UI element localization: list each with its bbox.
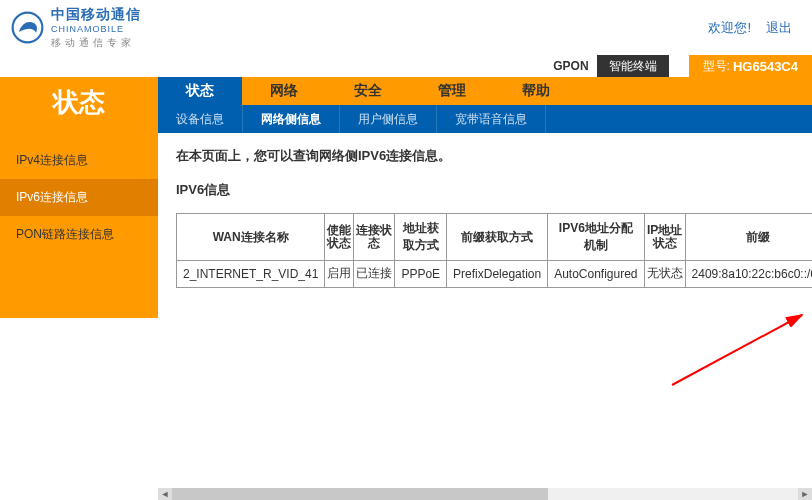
content-area: 在本页面上，您可以查询网络侧IPV6连接信息。 IPV6信息 WAN连接名称 使…	[158, 133, 812, 488]
sidebar-title: 状态	[0, 85, 158, 142]
welcome-text: 欢迎您!	[708, 19, 751, 37]
subnav-device-info[interactable]: 设备信息	[158, 105, 243, 133]
section-title: IPV6信息	[176, 181, 794, 199]
th-prefix-method: 前缀获取方式	[447, 214, 548, 261]
ipv6-info-table: WAN连接名称 使能状态 连接状态 地址获取方式 前缀获取方式 IPV6地址分配…	[176, 213, 812, 288]
th-addr-method: 地址获取方式	[395, 214, 447, 261]
subnav-voip-info[interactable]: 宽带语音信息	[437, 105, 546, 133]
subnav-user-info[interactable]: 用户侧信息	[340, 105, 437, 133]
th-enable-status: 使能状态	[325, 214, 354, 261]
gpon-label: GPON	[545, 55, 596, 77]
nav-tab-manage[interactable]: 管理	[410, 77, 494, 105]
scroll-left-arrow-icon[interactable]: ◄	[158, 488, 172, 500]
gpon-text: 智能终端	[597, 55, 669, 77]
th-prefix: 前缀	[685, 214, 812, 261]
td-wan-name: 2_INTERNET_R_VID_41	[177, 261, 325, 288]
sidebar-item-pon[interactable]: PON链路连接信息	[0, 216, 158, 253]
td-addr-method: PPPoE	[395, 261, 447, 288]
td-ip-status: 无状态	[644, 261, 685, 288]
brand-tagline: 移动通信专家	[51, 36, 141, 50]
table-header-row: WAN连接名称 使能状态 连接状态 地址获取方式 前缀获取方式 IPV6地址分配…	[177, 214, 813, 261]
sidebar-item-ipv4[interactable]: IPv4连接信息	[0, 142, 158, 179]
td-prefix-method: PrefixDelegation	[447, 261, 548, 288]
brand-name-en: CHINAMOBILE	[51, 24, 141, 34]
nav-tab-status[interactable]: 状态	[158, 77, 242, 105]
scroll-thumb[interactable]	[172, 488, 548, 500]
td-prefix: 2409:8a10:22c:b6c0::/60	[685, 261, 812, 288]
th-ip-status: IP地址状态	[644, 214, 685, 261]
brand-name-cn: 中国移动通信	[51, 6, 141, 24]
nav-tab-security[interactable]: 安全	[326, 77, 410, 105]
subnav-network-info[interactable]: 网络侧信息	[243, 105, 340, 133]
sidebar: 状态 IPv4连接信息 IPv6连接信息 PON链路连接信息	[0, 133, 158, 488]
logout-link[interactable]: 退出	[766, 19, 792, 37]
th-ipv6-mech: IPV6地址分配机制	[548, 214, 644, 261]
td-enable-status: 启用	[325, 261, 354, 288]
nav-tab-help[interactable]: 帮助	[494, 77, 578, 105]
page-description: 在本页面上，您可以查询网络侧IPV6连接信息。	[176, 147, 794, 165]
sidebar-item-ipv6[interactable]: IPv6连接信息	[0, 179, 158, 216]
td-ipv6-mech: AutoConfigured	[548, 261, 644, 288]
th-conn-status: 连接状态	[354, 214, 395, 261]
th-wan-name: WAN连接名称	[177, 214, 325, 261]
model-box: 型号: HG6543C4	[689, 55, 812, 77]
scroll-track[interactable]	[172, 488, 798, 500]
chinamobile-logo-icon	[10, 10, 45, 45]
sub-nav: 设备信息 网络侧信息 用户侧信息 宽带语音信息	[158, 105, 812, 133]
scroll-right-arrow-icon[interactable]: ►	[798, 488, 812, 500]
nav-tab-network[interactable]: 网络	[242, 77, 326, 105]
main-nav: 状态 网络 安全 管理 帮助	[158, 77, 812, 105]
model-label: 型号:	[703, 58, 730, 75]
brand-logo: 中国移动通信 CHINAMOBILE 移动通信专家	[10, 6, 141, 50]
model-value: HG6543C4	[733, 59, 798, 74]
table-row: 2_INTERNET_R_VID_41 启用 已连接 PPPoE PrefixD…	[177, 261, 813, 288]
horizontal-scrollbar[interactable]: ◄ ►	[158, 488, 812, 500]
td-conn-status: 已连接	[354, 261, 395, 288]
